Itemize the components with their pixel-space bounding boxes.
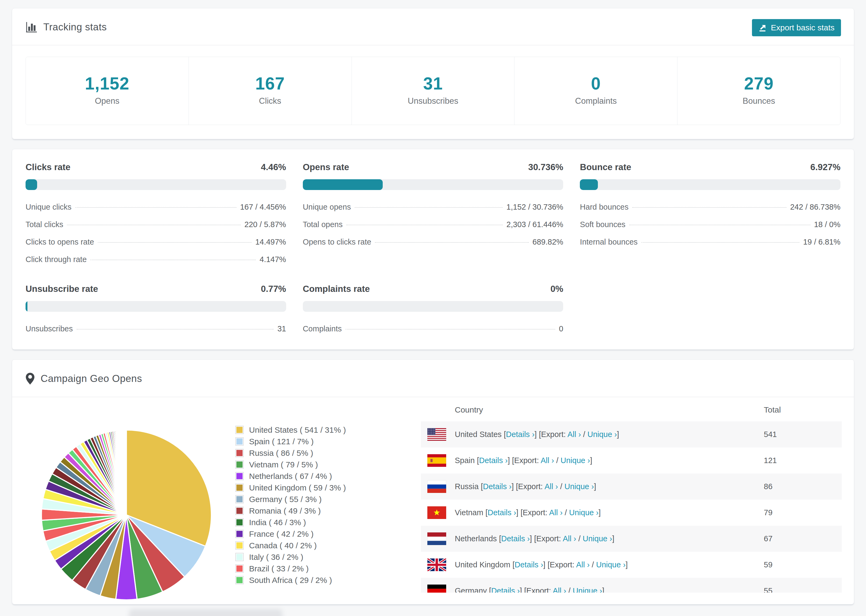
- export-all-link[interactable]: All ›: [576, 560, 589, 569]
- details-link[interactable]: Details ›: [479, 456, 507, 465]
- export-label: [Export:: [524, 586, 553, 592]
- export-all-link[interactable]: All ›: [549, 508, 563, 517]
- legend-swatch: [235, 437, 244, 446]
- flag-es: [427, 454, 446, 467]
- flag-ru: [427, 480, 446, 493]
- rate-block: Opens rate30.736%Unique opens1,152 / 30.…: [303, 162, 564, 264]
- rate-row-label: Soft bounces: [580, 219, 625, 229]
- legend-label: South Africa ( 29 / 2% ): [249, 576, 332, 585]
- tracking-stats-card: Tracking stats Export basic stats 1,152O…: [12, 8, 854, 139]
- country-cell: United Kingdom [Details ›] [Export: All …: [421, 558, 764, 571]
- flag-us: [427, 428, 446, 441]
- rate-block: Unsubscribe rate0.77%Unsubscribes31: [25, 284, 286, 334]
- dotted-leader: [641, 242, 800, 243]
- export-all-link[interactable]: All ›: [545, 482, 558, 491]
- legend-label: Brazil ( 33 / 2% ): [249, 564, 309, 573]
- legend-swatch: [235, 472, 244, 480]
- column-header-total: Total: [764, 397, 842, 421]
- bracket-close: ]: [530, 534, 534, 543]
- summary-stat-value: 31: [352, 75, 515, 93]
- legend-color: [236, 577, 242, 583]
- summary-stat-value: 167: [189, 75, 351, 93]
- details-link[interactable]: Details ›: [506, 430, 534, 438]
- details-link[interactable]: Details ›: [491, 586, 520, 592]
- export-unique-link[interactable]: Unique ›: [569, 508, 599, 517]
- export-unique-link[interactable]: Unique ›: [565, 482, 594, 491]
- summary-stat: 31Unsubscribes: [352, 57, 515, 125]
- rate-row-value: 1,152 / 30.736%: [506, 202, 563, 212]
- country-text: United Kingdom [Details ›] [Export: All …: [455, 560, 628, 569]
- export-label: [Export:: [548, 560, 576, 569]
- legend-color: [236, 554, 242, 560]
- slash: /: [581, 430, 587, 438]
- slash: /: [563, 508, 569, 517]
- details-link[interactable]: Details ›: [488, 508, 516, 517]
- rate-row-label: Complaints: [303, 324, 342, 334]
- map-pin-icon: [25, 372, 35, 385]
- export-unique-link[interactable]: Unique ›: [587, 430, 617, 438]
- progress-bar: [25, 301, 286, 312]
- rate-title: Bounce rate: [580, 162, 631, 172]
- details-link[interactable]: Details ›: [515, 560, 543, 569]
- country-cell: Germany [Details ›] [Export: All › / Uni…: [421, 585, 764, 592]
- table-row-es: Spain [Details ›] [Export: All › / Uniqu…: [421, 448, 842, 473]
- progress-bar: [25, 179, 286, 190]
- legend-color: [236, 473, 242, 479]
- dotted-leader: [355, 207, 503, 208]
- export-all-link[interactable]: All ›: [540, 456, 554, 465]
- rate-rows: Unsubscribes31: [25, 324, 286, 334]
- legend-item: India ( 46 / 3% ): [235, 517, 421, 528]
- pie-svg: [38, 426, 215, 603]
- table-row-vn: Vietnam [Details ›] [Export: All › / Uni…: [421, 500, 842, 526]
- export-all-link[interactable]: All ›: [563, 534, 576, 543]
- country-name: Vietnam: [455, 508, 485, 517]
- legend-item: Germany ( 55 / 3% ): [235, 493, 421, 505]
- export-unique-link[interactable]: Unique ›: [561, 456, 590, 465]
- rate-row: Total opens2,303 / 61.446%: [303, 219, 564, 229]
- legend-swatch: [235, 564, 244, 573]
- legend-color: [236, 450, 242, 456]
- rate-row-value: 14.497%: [255, 237, 286, 247]
- slash: /: [576, 534, 583, 543]
- rate-block-header: Bounce rate6.927%: [580, 162, 841, 172]
- legend-item: Brazil ( 33 / 2% ): [235, 563, 421, 574]
- rate-row-value: 4.147%: [260, 254, 286, 264]
- bracket-close: ]: [520, 586, 524, 592]
- country-cell: Russia [Details ›] [Export: All › / Uniq…: [421, 480, 764, 493]
- total-cell: 79: [764, 500, 842, 526]
- country-cell-td: Russia [Details ›] [Export: All › / Uniq…: [421, 473, 764, 500]
- legend-color: [236, 438, 242, 445]
- slash: /: [554, 456, 561, 465]
- dotted-leader: [90, 259, 256, 260]
- slash: /: [589, 560, 596, 569]
- legend-color: [236, 542, 242, 548]
- legend-label: Spain ( 121 / 7% ): [249, 437, 313, 446]
- country-cell-td: Spain [Details ›] [Export: All › / Uniqu…: [421, 448, 764, 473]
- country-text: Netherlands [Details ›] [Export: All › /…: [455, 534, 614, 543]
- geo-table-wrap[interactable]: Country Total United States [Details ›] …: [421, 397, 842, 592]
- campaign-geo-opens-card: Campaign Geo Opens United States ( 541 /…: [12, 359, 854, 605]
- details-link[interactable]: Details ›: [501, 534, 530, 543]
- export-unique-link[interactable]: Unique ›: [573, 586, 602, 592]
- legend-item: United States ( 541 / 31% ): [235, 424, 421, 436]
- country-text: Russia [Details ›] [Export: All › / Uniq…: [455, 482, 596, 491]
- export-basic-stats-button[interactable]: Export basic stats: [752, 19, 841, 36]
- table-row-us: United States [Details ›] [Export: All ›…: [421, 421, 842, 448]
- legend-item: South Africa ( 29 / 2% ): [235, 574, 421, 586]
- rate-block-header: Unsubscribe rate0.77%: [25, 284, 286, 294]
- export-all-link[interactable]: All ›: [567, 430, 581, 438]
- dotted-leader: [346, 225, 503, 225]
- export-unique-link[interactable]: Unique ›: [596, 560, 625, 569]
- legend-swatch: [235, 449, 244, 457]
- export-all-link[interactable]: All ›: [553, 586, 566, 592]
- export-unique-link[interactable]: Unique ›: [583, 534, 612, 543]
- flag-gb: [427, 558, 446, 571]
- legend-swatch: [235, 518, 244, 526]
- legend-color: [236, 531, 242, 537]
- legend-item: Netherlands ( 67 / 4% ): [235, 470, 421, 482]
- details-link[interactable]: Details ›: [483, 482, 512, 491]
- rate-row-label: Unsubscribes: [25, 324, 73, 334]
- country-cell: Vietnam [Details ›] [Export: All › / Uni…: [421, 506, 764, 519]
- bracket-close: ]: [516, 508, 520, 517]
- rate-block: Clicks rate4.46%Unique clicks167 / 4.456…: [25, 162, 286, 264]
